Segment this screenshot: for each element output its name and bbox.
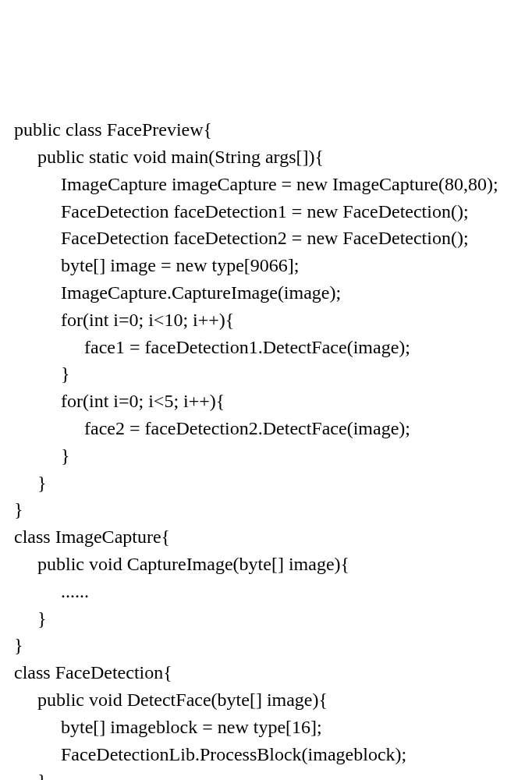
code-line: byte[] imageblock = new type[16]; [14, 717, 322, 737]
code-line: face2 = faceDetection2.DetectFace(image)… [14, 418, 410, 438]
code-line: class FaceDetection{ [14, 662, 172, 682]
code-line: } [14, 608, 47, 629]
code-line: } [14, 473, 47, 493]
code-line: FaceDetection faceDetection1 = new FaceD… [14, 201, 469, 222]
code-line: } [14, 635, 23, 655]
code-line: ImageCapture.CaptureImage(image); [14, 282, 341, 303]
code-line: } [14, 445, 70, 466]
code-line: FaceDetectionLib.ProcessBlock(imageblock… [14, 744, 406, 764]
code-line: for(int i=0; i<10; i++){ [14, 310, 234, 330]
code-block: public class FacePreview{ public static … [14, 116, 518, 780]
code-line: } [14, 499, 23, 519]
code-line: for(int i=0; i<5; i++){ [14, 391, 225, 411]
code-line: } [14, 771, 47, 780]
code-line: ImageCapture imageCapture = new ImageCap… [14, 174, 498, 194]
code-line: public void CaptureImage(byte[] image){ [14, 554, 349, 574]
code-line: class ImageCapture{ [14, 526, 170, 547]
code-line: public class FacePreview{ [14, 119, 212, 140]
code-line: ...... [14, 581, 89, 601]
code-line: public void DetectFace(byte[] image){ [14, 690, 328, 710]
code-line: public static void main(String args[]){ [14, 147, 324, 167]
code-line: byte[] image = new type[9066]; [14, 255, 299, 275]
code-line: face1 = faceDetection1.DetectFace(image)… [14, 337, 410, 357]
code-line: FaceDetection faceDetection2 = new FaceD… [14, 228, 469, 248]
code-line: } [14, 363, 70, 384]
